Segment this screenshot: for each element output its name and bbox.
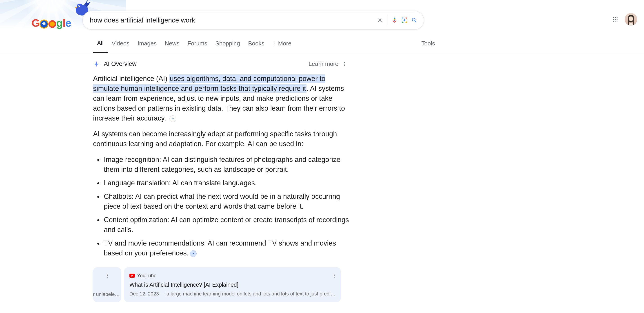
svg-point-18: [344, 62, 345, 63]
card-meta: Dec 12, 2023 — a large machine learning …: [130, 290, 336, 297]
tab-all[interactable]: All: [93, 37, 108, 53]
more-dots-icon: ⋮: [272, 41, 276, 46]
svg-point-8: [615, 17, 616, 18]
google-logo[interactable]: G👁gle: [32, 17, 71, 29]
ai-overview-body: Artificial intelligence (AI) uses algori…: [93, 74, 349, 302]
tools-button[interactable]: Tools: [419, 37, 437, 52]
ai-bullet: Chatbots: AI can predict what the next w…: [103, 192, 349, 211]
clear-icon[interactable]: [375, 15, 385, 25]
voice-search-icon[interactable]: [390, 15, 400, 25]
tab-books[interactable]: Books: [244, 37, 268, 52]
svg-point-15: [616, 21, 618, 22]
card-menu-icon[interactable]: [104, 271, 110, 276]
tab-news[interactable]: News: [161, 37, 183, 52]
collapse-up-icon[interactable]: [190, 250, 196, 257]
svg-point-11: [615, 19, 616, 20]
svg-point-13: [613, 21, 614, 22]
card-title: What is Artificial Intelligence? [AI Exp…: [130, 281, 336, 289]
expand-down-icon[interactable]: [170, 115, 176, 122]
learn-more-link[interactable]: Learn more: [308, 61, 338, 68]
svg-point-7: [613, 17, 614, 18]
svg-point-14: [615, 21, 616, 22]
google-apps-icon[interactable]: [610, 15, 620, 24]
svg-point-17: [629, 17, 633, 21]
card-source: YouTube: [137, 272, 156, 279]
svg-point-9: [616, 17, 618, 18]
search-icon[interactable]: [410, 15, 419, 25]
avatar[interactable]: [625, 13, 637, 26]
svg-point-24: [334, 274, 334, 274]
tab-more[interactable]: ⋮More: [268, 37, 296, 52]
tab-forums[interactable]: Forums: [183, 37, 211, 52]
ai-para1-lead: Artificial intelligence (AI): [93, 75, 169, 83]
ai-bullet: Language translation: AI can translate l…: [103, 178, 349, 188]
overflow-menu-icon[interactable]: [342, 61, 347, 67]
svg-point-26: [334, 277, 334, 278]
svg-point-20: [344, 65, 345, 66]
ai-bullet: Image recognition: AI can distinguish fe…: [103, 155, 349, 174]
svg-point-23: [107, 277, 108, 278]
lens-search-icon[interactable]: [400, 15, 410, 25]
svg-point-19: [344, 64, 345, 65]
youtube-icon: [130, 274, 135, 278]
svg-point-22: [107, 275, 108, 276]
ai-bullet: TV and movie recommendations: AI can rec…: [103, 238, 349, 258]
search-input[interactable]: [90, 17, 375, 24]
ai-para2: AI systems can become increasingly adept…: [93, 129, 349, 149]
svg-point-21: [107, 274, 108, 274]
tab-shopping[interactable]: Shopping: [211, 37, 244, 52]
tab-videos[interactable]: Videos: [108, 37, 134, 52]
svg-point-3: [78, 6, 79, 7]
svg-point-10: [613, 19, 614, 20]
source-card-partial[interactable]: r unlabele…: [93, 267, 121, 302]
tab-images[interactable]: Images: [134, 37, 161, 52]
search-box: [82, 11, 424, 30]
ai-overview-title: AI Overview: [104, 61, 136, 68]
search-tabs: All Videos Images News Forums Shopping B…: [0, 37, 644, 53]
ai-bullet: Content optimization: AI can optimize co…: [103, 215, 349, 235]
svg-point-6: [404, 19, 405, 21]
svg-rect-4: [394, 18, 395, 19]
svg-point-25: [334, 275, 334, 276]
divider: [387, 15, 388, 26]
svg-point-12: [616, 19, 618, 20]
svg-rect-5: [394, 19, 395, 20]
sparkle-icon: [93, 61, 100, 68]
source-card-youtube[interactable]: YouTube What is Artificial Intelligence?…: [124, 267, 341, 302]
card-fragment-text: r unlabele…: [93, 291, 120, 298]
card-menu-icon[interactable]: [332, 271, 337, 276]
svg-point-1: [76, 4, 83, 10]
